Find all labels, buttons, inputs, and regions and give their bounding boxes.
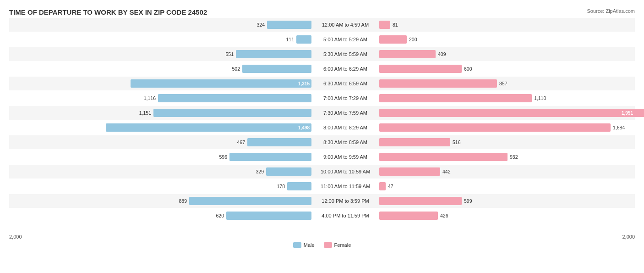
left-section: 1,315	[9, 77, 311, 90]
chart-row: 5969:00 AM to 9:59 AM932	[9, 150, 635, 164]
female-bar	[379, 123, 611, 132]
right-section: 1,951	[379, 106, 635, 120]
right-section: 932	[379, 150, 635, 164]
male-bar	[229, 153, 311, 161]
male-value: 889	[179, 198, 187, 204]
female-bar	[379, 79, 497, 88]
right-section: 81	[379, 18, 635, 32]
male-value: 111	[286, 37, 294, 42]
female-bar	[379, 182, 386, 190]
left-section: 1,116	[9, 91, 311, 105]
time-label: 12:00 AM to 4:59 AM	[311, 22, 379, 28]
time-label: 5:30 AM to 5:59 AM	[311, 51, 379, 57]
female-value: 200	[409, 37, 417, 42]
time-label: 12:00 PM to 3:59 PM	[311, 198, 379, 204]
male-bar	[189, 197, 311, 205]
chart-row: 17811:00 AM to 11:59 AM47	[9, 179, 635, 193]
male-value: 502	[232, 66, 240, 72]
right-section: 409	[379, 47, 635, 61]
left-section: 467	[9, 135, 311, 149]
female-value: 47	[388, 184, 393, 189]
male-value: 1,315	[298, 81, 310, 86]
right-section: 1,110	[379, 91, 635, 105]
right-section: 599	[379, 194, 635, 208]
female-value: 599	[464, 198, 472, 204]
female-bar	[379, 65, 462, 73]
time-label: 4:00 PM to 11:59 PM	[311, 213, 379, 218]
legend-female-box	[324, 242, 332, 248]
legend-male-box	[293, 242, 301, 248]
source-label: Source: ZipAtlas.com	[587, 8, 635, 14]
time-label: 7:30 AM to 7:59 AM	[311, 110, 379, 116]
male-value: 467	[237, 139, 245, 145]
male-value: 329	[256, 169, 264, 174]
female-value: 516	[453, 139, 461, 145]
legend-female-label: Female	[334, 242, 351, 248]
right-section: 1,684	[379, 121, 635, 134]
female-bar	[379, 50, 436, 58]
female-value: 426	[440, 213, 448, 218]
female-bar	[379, 94, 532, 102]
time-label: 7:00 AM to 7:29 AM	[311, 95, 379, 101]
female-value: 1,951	[622, 111, 633, 116]
male-value: 620	[216, 213, 224, 218]
left-section: 111	[9, 33, 311, 46]
time-label: 6:00 AM to 6:29 AM	[311, 66, 379, 72]
chart-title: TIME OF DEPARTURE TO WORK BY SEX IN ZIP …	[9, 8, 635, 16]
male-bar	[247, 138, 311, 146]
time-label: 5:00 AM to 5:29 AM	[311, 37, 379, 42]
right-section: 516	[379, 135, 635, 149]
male-bar	[106, 123, 311, 132]
male-bar	[242, 65, 311, 73]
male-bar	[153, 109, 311, 117]
right-section: 426	[379, 209, 635, 223]
female-value: 932	[510, 154, 518, 160]
chart-row: 88912:00 PM to 3:59 PM599	[9, 194, 635, 208]
chart-row: 32412:00 AM to 4:59 AM81	[9, 18, 635, 32]
chart-row: 6204:00 PM to 11:59 PM426	[9, 209, 635, 223]
male-value: 1,498	[298, 125, 310, 130]
right-section: 442	[379, 165, 635, 178]
chart-row: 1,4988:00 AM to 8:29 AM1,684	[9, 121, 635, 134]
male-bar	[236, 50, 311, 58]
left-section: 1,151	[9, 106, 311, 120]
female-bar	[379, 167, 440, 176]
male-bar	[267, 21, 311, 29]
female-bar	[379, 109, 644, 117]
male-value: 1,151	[139, 110, 151, 116]
male-bar	[158, 94, 311, 102]
time-label: 8:00 AM to 8:29 AM	[311, 125, 379, 130]
axis-bottom: 2,000 2,000	[9, 234, 635, 240]
legend-male-label: Male	[304, 242, 315, 248]
chart-row: 1,3156:30 AM to 6:59 AM857	[9, 77, 635, 90]
female-value: 600	[464, 66, 472, 72]
male-value: 178	[277, 184, 285, 189]
left-section: 620	[9, 209, 311, 223]
female-value: 409	[438, 51, 446, 57]
right-section: 857	[379, 77, 635, 90]
chart-row: 5515:30 AM to 5:59 AM409	[9, 47, 635, 61]
left-section: 889	[9, 194, 311, 208]
time-label: 6:30 AM to 6:59 AM	[311, 81, 379, 86]
legend-female: Female	[324, 242, 351, 248]
male-value: 324	[257, 22, 265, 28]
male-value: 1,116	[144, 95, 156, 101]
chart-area: 32412:00 AM to 4:59 AM811115:00 AM to 5:…	[9, 18, 635, 232]
female-value: 1,110	[534, 95, 546, 101]
time-label: 8:30 AM to 8:59 AM	[311, 139, 379, 145]
male-bar	[287, 182, 311, 190]
female-bar	[379, 197, 462, 205]
male-bar	[131, 79, 311, 88]
axis-left-val: 2,000	[9, 234, 22, 240]
right-section: 600	[379, 62, 635, 76]
female-bar	[379, 212, 438, 220]
female-value: 442	[442, 169, 451, 174]
left-section: 324	[9, 18, 311, 32]
legend: Male Female	[9, 242, 635, 248]
right-section: 47	[379, 179, 635, 193]
male-value: 551	[225, 51, 234, 57]
left-section: 502	[9, 62, 311, 76]
male-bar	[226, 212, 311, 220]
female-bar	[379, 138, 450, 146]
female-bar	[379, 153, 508, 161]
